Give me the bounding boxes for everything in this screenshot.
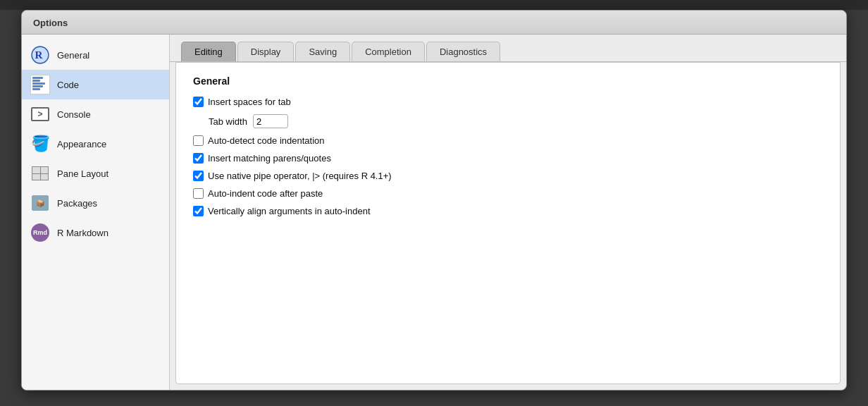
options-dialog: Options R General: [21, 10, 847, 390]
native-pipe-checkbox[interactable]: [193, 171, 204, 181]
rmd-badge-icon: Rmd: [30, 223, 50, 242]
sidebar-item-packages[interactable]: 📦 Packages: [22, 188, 169, 218]
option-row-auto-indent-paste: Auto-indent code after paste: [193, 188, 823, 199]
sidebar-packages-label: Packages: [57, 198, 97, 209]
option-row-insert-spaces-tab: Insert spaces for tab: [193, 97, 823, 107]
sidebar: R General Code: [22, 35, 170, 390]
option-row-native-pipe: Use native pipe operator, |> (requires R…: [193, 171, 823, 181]
auto-indent-paste-checkbox[interactable]: [193, 188, 204, 199]
sidebar-appearance-label: Appearance: [57, 139, 106, 149]
tab-width-row: Tab width: [209, 114, 823, 128]
sidebar-item-general[interactable]: R General: [22, 40, 169, 70]
sidebar-console-label: Console: [57, 109, 91, 120]
auto-detect-indent-checkbox[interactable]: [193, 135, 204, 146]
sidebar-pane-layout-label: Pane Layout: [57, 168, 108, 179]
option-row-vertically-align: Vertically align arguments in auto-inden…: [193, 206, 823, 216]
sidebar-code-label: Code: [57, 80, 79, 90]
r-logo-icon: R: [30, 45, 50, 65]
dialog-title-bar: Options: [22, 11, 846, 35]
main-content: Editing Display Saving Completion Diagno…: [170, 35, 846, 390]
tab-diagnostics[interactable]: Diagnostics: [426, 42, 500, 61]
dialog-body: R General Code: [22, 35, 846, 390]
sidebar-item-code[interactable]: Code: [22, 70, 169, 99]
dialog-title: Options: [33, 18, 68, 28]
sidebar-general-label: General: [57, 50, 89, 61]
svg-text:R: R: [35, 49, 43, 61]
native-pipe-label: Use native pipe operator, |> (requires R…: [208, 171, 392, 181]
tab-saving[interactable]: Saving: [295, 42, 350, 61]
sidebar-item-pane-layout[interactable]: Pane Layout: [22, 159, 169, 188]
insert-matching-parens-checkbox[interactable]: [193, 153, 204, 164]
tab-completion[interactable]: Completion: [352, 42, 425, 61]
console-icon: >: [30, 104, 50, 124]
pane-grid-icon: [30, 164, 50, 183]
insert-matching-parens-label: Insert matching parens/quotes: [208, 153, 331, 164]
paint-bucket-icon: 🪣: [30, 134, 50, 154]
auto-detect-indent-label: Auto-detect code indentation: [208, 135, 325, 146]
tab-display[interactable]: Display: [237, 42, 294, 61]
auto-indent-paste-label: Auto-indent code after paste: [208, 188, 323, 199]
vertically-align-label: Vertically align arguments in auto-inden…: [208, 206, 371, 216]
packages-icon: 📦: [30, 193, 50, 213]
tabs-bar: Editing Display Saving Completion Diagno…: [170, 35, 846, 62]
code-doc-icon: [30, 75, 50, 94]
option-row-insert-matching-parens: Insert matching parens/quotes: [193, 153, 823, 164]
sidebar-item-r-markdown[interactable]: Rmd R Markdown: [22, 218, 169, 247]
tab-width-input[interactable]: [253, 114, 288, 128]
tab-editing[interactable]: Editing: [181, 42, 236, 61]
sidebar-r-markdown-label: R Markdown: [57, 228, 108, 238]
vertically-align-checkbox[interactable]: [193, 206, 204, 216]
general-section-title: General: [193, 75, 823, 87]
sidebar-item-appearance[interactable]: 🪣 Appearance: [22, 129, 169, 159]
insert-spaces-tab-checkbox[interactable]: [193, 97, 204, 107]
sidebar-item-console[interactable]: > Console: [22, 99, 169, 129]
tab-width-label: Tab width: [209, 116, 247, 127]
option-row-auto-detect-indent: Auto-detect code indentation: [193, 135, 823, 146]
content-area: General Insert spaces for tab Tab width …: [175, 62, 841, 384]
insert-spaces-tab-label: Insert spaces for tab: [208, 97, 291, 107]
